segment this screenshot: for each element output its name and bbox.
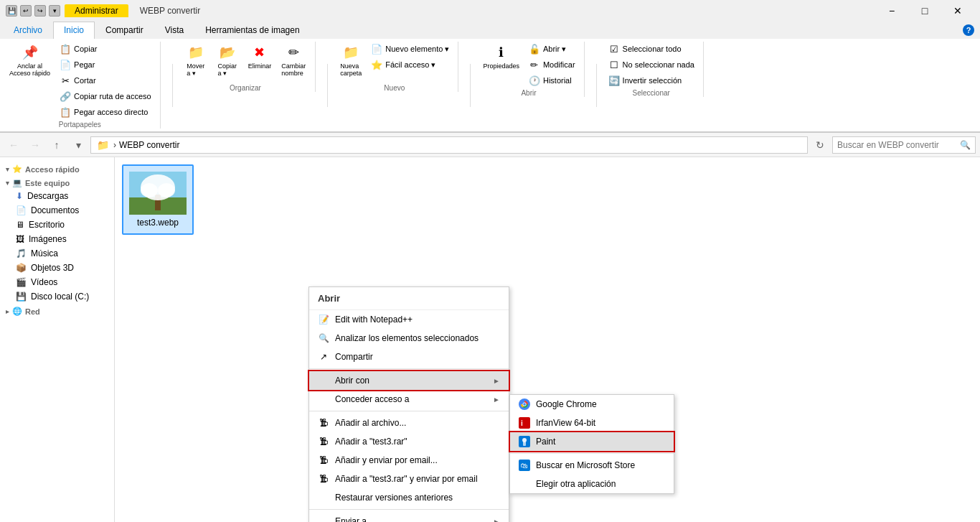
recent-locations-button[interactable]: ▾ — [69, 136, 88, 154]
abrir-button[interactable]: 🔓 Abrir ▾ — [526, 42, 578, 56]
submenu-otra-app[interactable]: Elegir otra aplicación — [510, 475, 674, 493]
open-icon: 🔓 — [529, 43, 540, 55]
copiar-ruta-button[interactable]: 🔗 Copiar ruta de acceso — [57, 89, 154, 103]
sidebar-item-musica[interactable]: 🎵 Música — [0, 246, 114, 261]
historial-button[interactable]: 🕐 Historial — [526, 73, 578, 88]
group-seleccionar: ☑ Seleccionar todo ☐ No seleccionar nada… — [606, 42, 704, 97]
cambiar-nombre-button[interactable]: ✏ Cambiarnombre — [278, 42, 309, 79]
modificar-button[interactable]: ✏ Modificar — [526, 57, 578, 72]
ctx-analyze[interactable]: 🔍 Analizar los elementos seleccionados — [309, 329, 509, 348]
sidebar-section-acceso-rapido[interactable]: ▾ ⭐ Acceso rápido — [0, 162, 114, 175]
tab-compartir[interactable]: Compartir — [95, 22, 154, 39]
group-portapapeles: 📌 Anclar alAcceso rápido 📋 Copiar 📄 Pega… — [6, 42, 161, 129]
send-icon — [318, 516, 329, 522]
pegar-acceso-button[interactable]: 📋 Pegar acceso directo — [57, 105, 154, 119]
tab-archivo[interactable]: Archivo — [3, 22, 53, 39]
copy-icon: 📋 — [60, 43, 71, 55]
ribbon-tab-administrar[interactable]: Administrar — [65, 4, 128, 17]
sidebar-item-descargas[interactable]: ⬇ Descargas — [0, 189, 114, 203]
svg-rect-13 — [523, 442, 526, 446]
ctx-anadir-rar[interactable]: 🗜 Añadir a "test3.rar" — [309, 432, 509, 451]
red-label: Red — [25, 307, 40, 316]
3d-icon: 📦 — [16, 263, 27, 273]
ctx-anadir-archivo[interactable]: 🗜 Añadir al archivo... — [309, 414, 509, 432]
titlebar: 💾 ↩ ↪ ▾ Administrar WEBP convertir − □ ✕ — [0, 0, 980, 22]
file-item-test3[interactable]: test3.webp — [122, 164, 194, 235]
up-button[interactable]: ↑ — [47, 136, 66, 154]
close-button[interactable]: ✕ — [941, 0, 974, 22]
anclar-button[interactable]: 📌 Anclar alAcceso rápido — [6, 42, 54, 79]
forward-button[interactable]: → — [26, 136, 44, 154]
sidebar-section-red[interactable]: ▸ 🌐 Red — [0, 304, 114, 317]
sidebar-item-documentos[interactable]: 📄 Documentos — [0, 203, 114, 218]
ctx-sep1 — [309, 368, 509, 369]
archive-icon1: 🗜 — [318, 417, 329, 429]
ctx-anadir-rar-email[interactable]: 🗜 Añadir a "test3.rar" y enviar por emai… — [309, 470, 509, 488]
rename-icon: ✏ — [285, 44, 302, 61]
eliminar-button[interactable]: ✖ Eliminar — [245, 42, 275, 72]
cortar-sm-button[interactable]: ✂ Cortar — [57, 73, 154, 88]
acceso-rapido-label: Acceso rápido — [25, 165, 80, 174]
invertir-button[interactable]: 🔄 Invertir selección — [606, 73, 685, 88]
submenu-store[interactable]: 🛍 Buscar en Microsoft Store — [510, 456, 674, 475]
refresh-button[interactable]: ↻ — [811, 136, 829, 154]
search-input[interactable] — [837, 140, 960, 150]
app-title: WEBP convertir — [140, 6, 200, 16]
search-box[interactable]: 🔍 — [832, 136, 976, 154]
nuevo-elemento-button[interactable]: 📄 Nuevo elemento ▾ — [368, 42, 452, 56]
propiedades-button[interactable]: ℹ Propiedades — [479, 42, 523, 72]
ctx-edit-notepad[interactable]: 📝 Edit with Notepad++ — [309, 310, 509, 329]
pin-icon: ⭐ — [12, 164, 22, 174]
video-icon: 🎬 — [16, 277, 27, 287]
help-icon[interactable]: ? — [963, 24, 974, 36]
irfan-icon: i — [519, 417, 530, 429]
tab-vista[interactable]: Vista — [154, 22, 194, 39]
sidebar-item-escritorio[interactable]: 🖥 Escritorio — [0, 218, 114, 232]
no-seleccionar-button[interactable]: ☐ No seleccionar nada — [606, 57, 697, 72]
tab-herramientas[interactable]: Herramientas de imagen — [194, 22, 310, 39]
ctx-conceder-acceso[interactable]: Conceder acceso a ► — [309, 390, 509, 409]
nueva-carpeta-button[interactable]: 📁 Nuevacarpeta — [336, 42, 365, 79]
submenu-chrome[interactable]: Google Chrome — [510, 395, 674, 414]
submenu-sep1 — [510, 453, 674, 454]
back-button[interactable]: ← — [4, 136, 23, 154]
paint-icon — [519, 436, 530, 447]
undo-icon[interactable]: ↩ — [20, 5, 32, 17]
ctx-compartir[interactable]: ↗ Compartir — [309, 348, 509, 366]
ctx-anadir-email[interactable]: 🗜 Añadir y enviar por email... — [309, 451, 509, 470]
ctx-abrir-con[interactable]: Abrir con ► — [309, 371, 509, 390]
paint-label: Paint — [536, 437, 555, 447]
other-app-icon — [519, 478, 530, 490]
sidebar-item-objetos3d[interactable]: 📦 Objetos 3D — [0, 261, 114, 275]
maximize-button[interactable]: □ — [908, 0, 941, 22]
abrir-buttons: ℹ Propiedades 🔓 Abrir ▾ ✏ Modificar 🕐 Hi… — [479, 42, 578, 88]
seleccionar-todo-button[interactable]: ☑ Seleccionar todo — [606, 42, 684, 56]
facil-acceso-button[interactable]: ⭐ Fácil acceso ▾ — [368, 57, 452, 72]
organizar-label: Organizar — [230, 84, 261, 92]
sidebar-item-imagenes[interactable]: 🖼 Imágenes — [0, 232, 114, 246]
sidebar-section-este-equipo[interactable]: ▾ 💻 Este equipo — [0, 175, 114, 189]
sidebar-item-disco-local[interactable]: 💾 Disco local (C:) — [0, 289, 114, 304]
copiar-a-button[interactable]: 📂 Copiara ▾ — [213, 42, 242, 79]
window-controls: − □ ✕ — [875, 0, 974, 22]
redo-icon[interactable]: ↪ — [34, 5, 46, 17]
save-icon[interactable]: 💾 — [6, 5, 17, 17]
submenu-irfanview[interactable]: i IrfanView 64-bit — [510, 414, 674, 432]
svg-point-5 — [158, 183, 175, 197]
ctx-enviar-a[interactable]: Enviar a ► — [309, 512, 509, 522]
dropdown-icon[interactable]: ▾ — [49, 5, 60, 17]
titlebar-left: 💾 ↩ ↪ ▾ Administrar WEBP convertir — [6, 4, 200, 17]
copiar-button[interactable]: 📋 Copiar — [57, 42, 154, 56]
submenu-paint[interactable]: Paint — [510, 432, 674, 451]
ctx-restaurar[interactable]: Restaurar versiones anteriores — [309, 488, 509, 507]
pegar-button[interactable]: 📄 Pegar — [57, 57, 154, 72]
address-box[interactable]: 📁 › WEBP convertir — [90, 136, 808, 154]
mover-button[interactable]: 📁 Movera ▾ — [182, 42, 210, 79]
sidebar-item-videos[interactable]: 🎬 Vídeos — [0, 275, 114, 289]
select-none-icon: ☐ — [608, 59, 620, 70]
minimize-button[interactable]: − — [875, 0, 908, 22]
share-icon: ↗ — [318, 351, 329, 363]
group-organizar: 📁 Movera ▾ 📂 Copiara ▾ ✖ Eliminar ✏ Camb… — [182, 42, 316, 92]
svg-text:🛍: 🛍 — [521, 462, 528, 470]
tab-inicio[interactable]: Inicio — [53, 22, 95, 39]
